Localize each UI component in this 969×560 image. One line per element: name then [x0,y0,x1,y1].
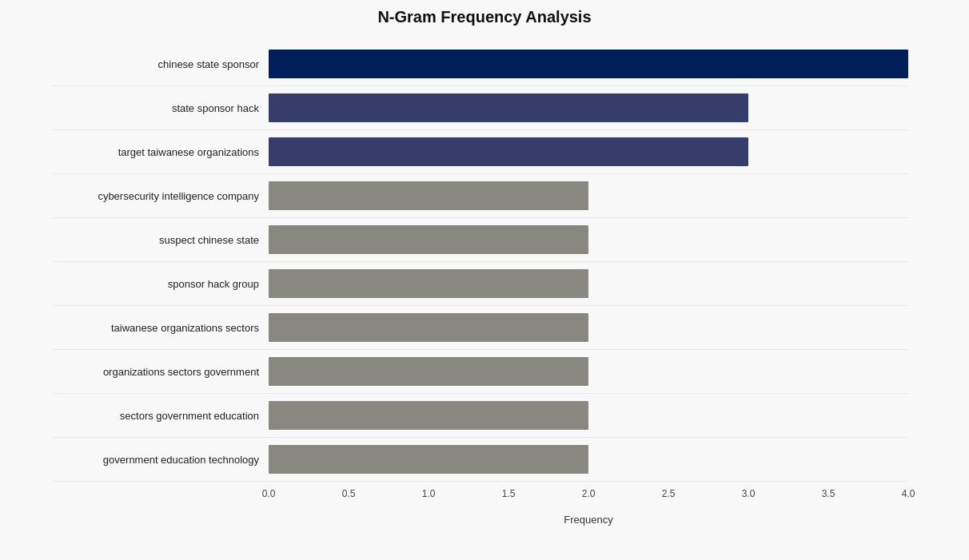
bar-track [269,50,908,78]
bar-track-wrapper [269,401,908,430]
bar-track [269,401,908,430]
bar-label: suspect chinese state [53,234,269,246]
bar-track [269,225,908,254]
bar-row: sectors government education [53,394,908,438]
chart-container: chinese state sponsorstate sponsor hackt… [45,34,924,558]
x-tick: 3.5 [822,488,835,499]
bar-track [269,269,908,298]
bar-track [269,137,908,166]
bar-track-wrapper [269,357,908,386]
bar-track-wrapper [269,269,908,298]
bar-track-wrapper [269,313,908,342]
x-axis-label: Frequency [53,514,908,526]
bar-row: organizations sectors government [53,350,908,394]
bar-fill [269,313,588,342]
bar-fill [269,445,588,474]
bar-label: government education technology [53,454,269,466]
chart-title: N-Gram Frequency Analysis [377,8,591,26]
bar-fill [269,137,748,166]
bar-track [269,313,908,342]
bar-track [269,445,908,474]
x-tick: 0.0 [262,488,276,499]
bar-track [269,93,908,122]
x-tick: 2.5 [662,488,676,499]
chart-area: chinese state sponsorstate sponsor hackt… [53,42,908,482]
x-tick: 4.0 [902,488,915,499]
bar-label: sectors government education [53,410,269,422]
bar-fill [269,181,588,210]
bar-label: target taiwanese organizations [53,146,269,158]
bar-fill [269,357,588,386]
bar-track-wrapper [269,137,908,166]
x-tick: 3.0 [742,488,756,499]
bar-label: chinese state sponsor [53,58,269,70]
bar-label: taiwanese organizations sectors [53,322,269,334]
bar-track-wrapper [269,225,908,254]
x-tick: 1.5 [502,488,516,499]
bar-fill [269,50,908,78]
bar-track-wrapper [269,445,908,474]
bar-label: cybersecurity intelligence company [53,190,269,202]
bar-fill [269,225,588,254]
bar-row: state sponsor hack [53,86,908,130]
bar-row: suspect chinese state [53,218,908,262]
bar-label: sponsor hack group [53,278,269,290]
bar-row: government education technology [53,438,908,482]
bar-row: target taiwanese organizations [53,130,908,174]
bar-fill [269,401,588,430]
x-tick: 2.0 [582,488,596,499]
bar-fill [269,93,748,122]
bar-row: cybersecurity intelligence company [53,174,908,218]
bar-track-wrapper [269,181,908,210]
x-axis: 0.00.51.01.52.02.53.03.54.0 [53,488,908,512]
x-tick: 0.5 [342,488,356,499]
bar-track-wrapper [269,50,908,78]
bar-row: chinese state sponsor [53,42,908,86]
bar-row: sponsor hack group [53,262,908,306]
bar-track [269,181,908,210]
x-tick: 1.0 [422,488,436,499]
bar-row: taiwanese organizations sectors [53,306,908,350]
bar-label: organizations sectors government [53,366,269,378]
bar-track [269,357,908,386]
bar-label: state sponsor hack [53,102,269,114]
bar-track-wrapper [269,93,908,122]
bar-fill [269,269,588,298]
